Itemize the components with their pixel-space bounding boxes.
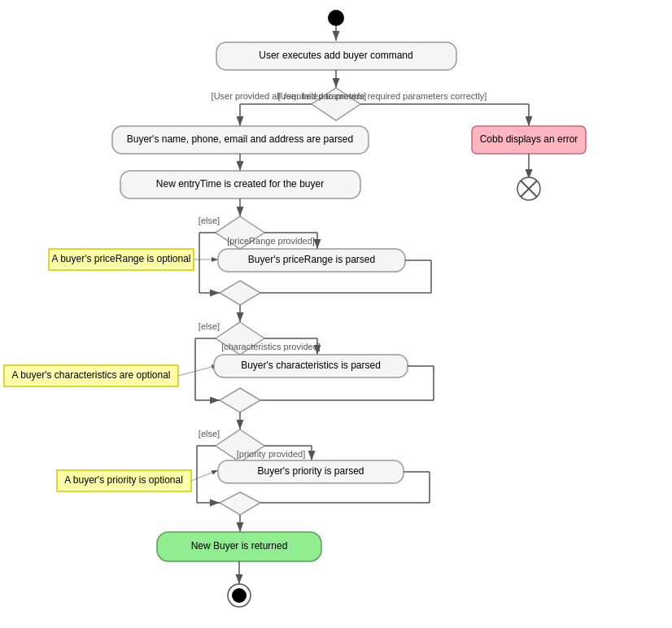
note-price-label: A buyer's priceRange is optional [51,253,190,264]
note-priority-arrow [191,470,218,481]
guard-priority-label: [priority provided] [237,449,305,459]
guard-else2-label: [else] [199,321,220,331]
note-char-arrow [178,365,218,376]
merge1-node [220,281,260,305]
parse-price-label: Buyer's priceRange is parsed [248,254,375,265]
execute-command-label: User executes add buyer command [259,50,412,61]
guard-failed-label: [User failed to provide required paramet… [278,91,487,101]
guard-else3-label: [else] [199,429,220,438]
note-priority-label: A buyer's priority is optional [64,474,183,486]
note-char-label: A buyer's characteristics are optional [11,369,170,381]
guard-char-label: [characteristics provided] [221,342,321,351]
merge2-node [220,388,260,412]
parse-name-label: Buyer's name, phone, email and address a… [127,133,353,145]
entry-time-label: New entryTime is created for the buyer [156,178,324,190]
parse-char-label: Buyer's characteristics is parsed [241,360,381,371]
end-node-inner [232,588,247,603]
parse-priority-label: Buyer's priority is parsed [257,465,364,477]
new-buyer-label: New Buyer is returned [191,540,288,552]
start-node [328,10,344,26]
guard-price-label: [priceRange provided] [227,236,315,246]
error-label: Cobb displays an error [480,133,578,145]
guard-else1-label: [else] [199,216,220,225]
merge3-node [220,492,260,515]
